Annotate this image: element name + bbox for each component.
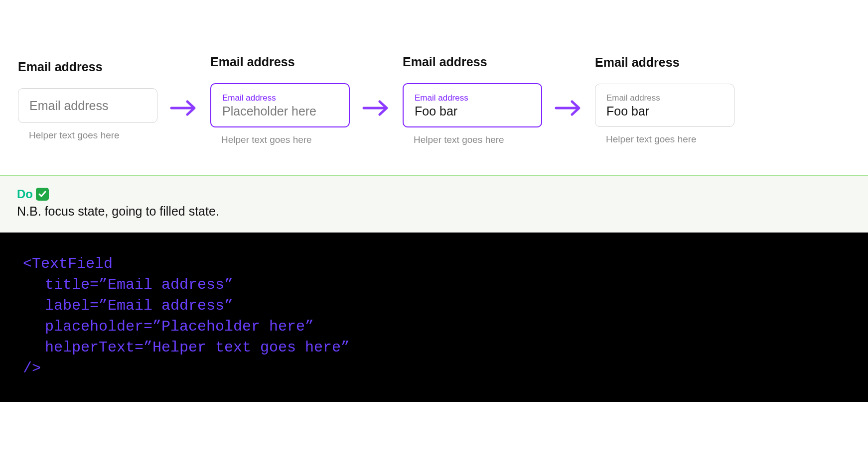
helper-text: Helper text goes here [606, 134, 734, 145]
input-floating-label: Email address [415, 93, 530, 103]
code-attr-name: label [45, 297, 90, 314]
text-input-focused[interactable]: Email address Placeholder here [210, 83, 350, 127]
arrow-right-icon [362, 99, 391, 119]
code-attr-value: ”Placeholder here” [152, 318, 314, 335]
field-group-focused: Email address Email address Placeholder … [210, 55, 350, 145]
do-label: Do [17, 187, 49, 201]
input-value: Foo bar [606, 104, 723, 118]
helper-text: Helper text goes here [29, 130, 157, 141]
code-attr-value: ”Email address” [99, 276, 233, 293]
input-placeholder: Email address [29, 99, 146, 113]
field-group-default: Email address Email address Helper text … [18, 60, 157, 141]
arrow-right-icon [169, 99, 198, 119]
code-attr-value: ”Email address” [99, 297, 233, 314]
do-description: N.B. focus state, going to filled state. [17, 204, 851, 219]
input-floating-label: Email address [606, 93, 723, 103]
do-label-text: Do [17, 187, 33, 201]
code-attr-name: title [45, 276, 90, 293]
check-icon [36, 188, 49, 201]
helper-text: Helper text goes here [221, 134, 350, 145]
text-input-default[interactable]: Email address [18, 88, 157, 123]
input-floating-label: Email address [222, 93, 338, 103]
text-input-focused-filled[interactable]: Email address Foo bar [403, 83, 542, 127]
code-block: <TextField title=”Email address” label=”… [0, 233, 868, 402]
input-placeholder: Placeholder here [222, 104, 338, 118]
field-title: Email address [403, 55, 542, 69]
helper-text: Helper text goes here [414, 134, 542, 145]
field-title: Email address [210, 55, 350, 69]
code-attr-name: helperText [45, 339, 135, 356]
input-value: Foo bar [415, 104, 530, 118]
code-attr-name: placeholder [45, 318, 144, 335]
code-open-tag: <TextField [23, 255, 113, 272]
field-states-row: Email address Email address Helper text … [0, 0, 868, 175]
code-attr-value: ”Helper text goes here” [144, 339, 350, 356]
text-input-filled[interactable]: Email address Foo bar [595, 84, 734, 127]
arrow-right-icon [554, 99, 583, 119]
field-group-focused-filled: Email address Email address Foo bar Help… [403, 55, 542, 145]
field-group-filled: Email address Email address Foo bar Help… [595, 55, 734, 145]
do-callout: Do N.B. focus state, going to filled sta… [0, 175, 868, 233]
field-title: Email address [18, 60, 157, 74]
field-title: Email address [595, 55, 734, 70]
code-close-tag: /> [23, 360, 41, 377]
